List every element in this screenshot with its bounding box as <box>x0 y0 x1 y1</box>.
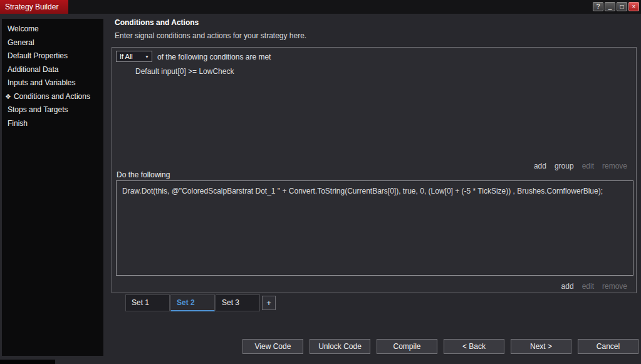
add-set-button[interactable]: + <box>262 296 276 310</box>
conditions-edit-link[interactable]: edit <box>582 162 594 170</box>
next-button[interactable]: Next > <box>511 339 571 354</box>
close-button[interactable]: × <box>628 2 639 11</box>
sidebar: Welcome General Default Properties Addit… <box>2 19 103 356</box>
conditions-links: add group edit remove <box>534 162 627 170</box>
title-bar: Strategy Builder ? _ □ × <box>0 0 641 14</box>
sidebar-item-stops-and-targets[interactable]: Stops and Targets <box>2 103 103 117</box>
conditions-group-link[interactable]: group <box>555 162 574 170</box>
conditions-actions-group: If All ▼ of the following conditions are… <box>112 47 637 293</box>
view-code-button[interactable]: View Code <box>242 339 303 354</box>
window-title: Strategy Builder <box>0 0 68 14</box>
unlock-code-button[interactable]: Unlock Code <box>310 339 370 354</box>
help-button[interactable]: ? <box>593 2 603 11</box>
tab-set-1[interactable]: Set 1 <box>125 294 170 311</box>
sidebar-item-conditions-and-actions[interactable]: ❖Conditions and Actions <box>2 90 103 104</box>
sidebar-item-welcome[interactable]: Welcome <box>2 23 103 36</box>
actions-add-link[interactable]: add <box>561 282 574 291</box>
actions-edit-link[interactable]: edit <box>582 282 594 291</box>
sidebar-item-inputs-and-variables[interactable]: Inputs and Variables <box>2 76 103 90</box>
chevron-down-icon: ▼ <box>145 55 149 59</box>
actions-remove-link[interactable]: remove <box>602 282 627 291</box>
condition-match-dropdown-value: If All <box>120 53 133 60</box>
sidebar-item-finish[interactable]: Finish <box>2 117 103 131</box>
compile-button[interactable]: Compile <box>377 339 437 354</box>
actions-links: add edit remove <box>561 282 627 291</box>
page-title: Conditions and Actions <box>115 18 199 27</box>
condition-match-dropdown[interactable]: If All ▼ <box>116 51 152 62</box>
window-controls: ? _ □ × <box>593 2 639 11</box>
sidebar-item-label: Conditions and Actions <box>14 92 90 101</box>
condition-item[interactable]: Default input[0] >= LowCheck <box>135 67 234 76</box>
back-button[interactable]: < Back <box>444 339 504 354</box>
conditions-list[interactable]: Default input[0] >= LowCheck <box>113 65 636 159</box>
conditions-add-link[interactable]: add <box>534 162 546 170</box>
action-item[interactable]: Draw.Dot(this, @"ColoredScalpBarstrat Do… <box>122 187 627 195</box>
tab-set-3[interactable]: Set 3 <box>216 294 260 311</box>
minimize-button[interactable]: _ <box>605 2 615 11</box>
conditions-remove-link[interactable]: remove <box>602 162 627 170</box>
maximize-button[interactable]: □ <box>617 2 627 11</box>
cancel-button[interactable]: Cancel <box>578 339 638 354</box>
diamond-icon: ❖ <box>5 93 11 100</box>
page-subtitle: Enter signal conditions and actions for … <box>115 31 306 40</box>
tab-set-2[interactable]: Set 2 <box>170 294 215 311</box>
conditions-met-label: of the following conditions are met <box>157 53 271 61</box>
sidebar-item-default-properties[interactable]: Default Properties <box>2 49 103 63</box>
background-window-fragment <box>0 360 55 364</box>
actions-list[interactable]: Draw.Dot(this, @"ColoredScalpBarstrat Do… <box>116 180 633 276</box>
set-tabs: Set 1 Set 2 Set 3 + <box>125 294 276 311</box>
do-the-following-label: Do the following <box>117 170 170 179</box>
sidebar-item-additional-data[interactable]: Additional Data <box>2 63 103 77</box>
footer-buttons: View Code Unlock Code Compile < Back Nex… <box>242 339 638 354</box>
sidebar-item-general[interactable]: General <box>2 36 103 50</box>
